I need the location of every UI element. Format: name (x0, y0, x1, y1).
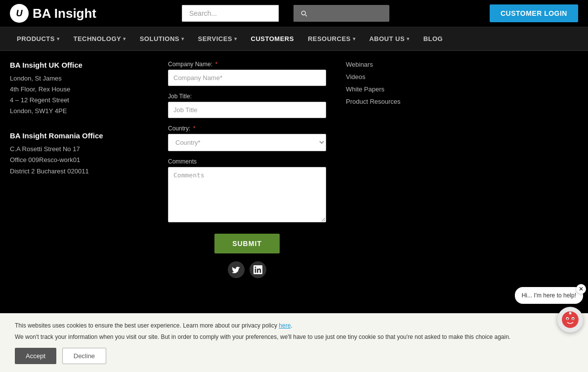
header: U BA Insight CUSTOMER LOGIN (0, 0, 588, 27)
comments-group: Comments (168, 158, 326, 224)
uk-office-line1: London, St James (10, 73, 148, 84)
uk-office-line4: London, SW1Y 4PE (10, 106, 148, 117)
nav-item-about-us[interactable]: ABOUT US ▾ (362, 27, 416, 50)
chevron-down-icon: ▾ (123, 36, 126, 41)
uk-office-title: BA Insight UK Office (10, 61, 148, 69)
required-star: * (215, 61, 217, 68)
chat-bubble: Hi... I'm here to help! (515, 287, 583, 304)
submit-wrap: SUBMIT (168, 234, 326, 253)
svg-point-3 (567, 318, 568, 320)
resource-webinars[interactable]: Webinars (346, 61, 425, 68)
comments-label: Comments (168, 158, 326, 165)
contact-form-column: Company Name: * Job Title: Country: * Co… (168, 61, 326, 278)
required-star: * (193, 125, 196, 132)
search-bar (182, 5, 404, 22)
logo-icon-letter: U (16, 8, 23, 19)
country-select[interactable]: Country* (168, 134, 326, 151)
nav-item-services[interactable]: SERVICES ▾ (191, 27, 244, 50)
job-title-label: Job Title: (168, 93, 326, 100)
romania-office-line2: Office 009Resco-work01 (10, 155, 148, 165)
uk-office: BA Insight UK Office London, St James 4t… (10, 61, 148, 117)
cookie-banner: This websites uses cookies to ensure the… (0, 313, 588, 372)
linkedin-icon[interactable] (250, 261, 266, 278)
chat-widget: ✕ Hi... I'm here to help! (515, 287, 583, 332)
chat-close-button[interactable]: ✕ (576, 284, 586, 294)
logo-text: BA Insight (33, 6, 96, 21)
uk-office-line2: 4th Floor, Rex House (10, 84, 148, 95)
offices-column: BA Insight UK Office London, St James 4t… (10, 61, 158, 278)
company-name-input[interactable] (168, 70, 326, 86)
romania-office-line3: District 2 Bucharest 020011 (10, 166, 148, 177)
search-icon (300, 9, 308, 17)
chat-bubble-wrap: ✕ Hi... I'm here to help! (515, 287, 583, 304)
chevron-down-icon: ▾ (407, 36, 410, 41)
nav-item-resources[interactable]: RESOURCES ▾ (301, 27, 362, 50)
cookie-actions: Accept Decline (15, 348, 573, 364)
cookie-decline-button[interactable]: Decline (62, 348, 106, 364)
chevron-down-icon: ▾ (181, 36, 184, 41)
search-button[interactable] (294, 5, 389, 22)
nav-item-solutions[interactable]: SOLUTIONS ▾ (133, 27, 191, 50)
nav-item-customers[interactable]: CUSTOMERS (244, 27, 301, 50)
comments-textarea[interactable] (168, 167, 326, 222)
logo-area: U BA Insight (10, 4, 96, 23)
main-content: BA Insight UK Office London, St James 4t… (0, 51, 588, 288)
main-nav: PRODUCTS ▾ TECHNOLOGY ▾ SOLUTIONS ▾ SERV… (0, 27, 588, 51)
company-name-label: Company Name: * (168, 61, 326, 68)
submit-button[interactable]: SUBMIT (214, 234, 280, 253)
search-input[interactable] (182, 5, 279, 22)
social-row (168, 261, 326, 278)
country-label: Country: * (168, 125, 326, 132)
svg-point-4 (572, 318, 574, 320)
svg-rect-6 (570, 312, 571, 313)
romania-office-details: C.A Rosetti Street No 17 Office 009Resco… (10, 144, 148, 176)
uk-office-details: London, St James 4th Floor, Rex House 4 … (10, 73, 148, 117)
uk-office-line3: 4 – 12 Regent Street (10, 95, 148, 106)
cookie-privacy-link[interactable]: here (279, 322, 291, 329)
cookie-text-line1: This websites uses cookies to ensure the… (15, 321, 573, 331)
romania-office-line1: C.A Rosetti Street No 17 (10, 144, 148, 155)
chevron-down-icon: ▾ (353, 36, 356, 41)
resource-white-papers[interactable]: White Papers (346, 85, 425, 93)
resource-videos[interactable]: Videos (346, 73, 425, 81)
country-group: Country: * Country* (168, 125, 326, 151)
resource-product-resources[interactable]: Product Resources (346, 98, 425, 105)
job-title-input[interactable] (168, 102, 326, 118)
customer-login-button[interactable]: CUSTOMER LOGIN (490, 4, 578, 22)
romania-office: BA Insight Romania Office C.A Rosetti St… (10, 131, 148, 176)
chevron-down-icon: ▾ (234, 36, 237, 41)
romania-office-title: BA Insight Romania Office (10, 131, 148, 140)
chat-bot-icon[interactable] (557, 307, 583, 332)
cookie-accept-button[interactable]: Accept (15, 348, 56, 364)
nav-item-products[interactable]: PRODUCTS ▾ (10, 27, 66, 50)
chevron-down-icon: ▾ (57, 36, 60, 41)
resources-column: Webinars Videos White Papers Product Res… (336, 61, 425, 278)
nav-item-blog[interactable]: BLOG (417, 27, 450, 50)
company-name-group: Company Name: * (168, 61, 326, 86)
nav-item-technology[interactable]: TECHNOLOGY ▾ (66, 27, 132, 50)
logo-icon: U (10, 4, 29, 23)
twitter-icon[interactable] (228, 261, 245, 278)
job-title-group: Job Title: (168, 93, 326, 118)
cookie-text-line2: We won't track your information when you… (15, 332, 573, 342)
